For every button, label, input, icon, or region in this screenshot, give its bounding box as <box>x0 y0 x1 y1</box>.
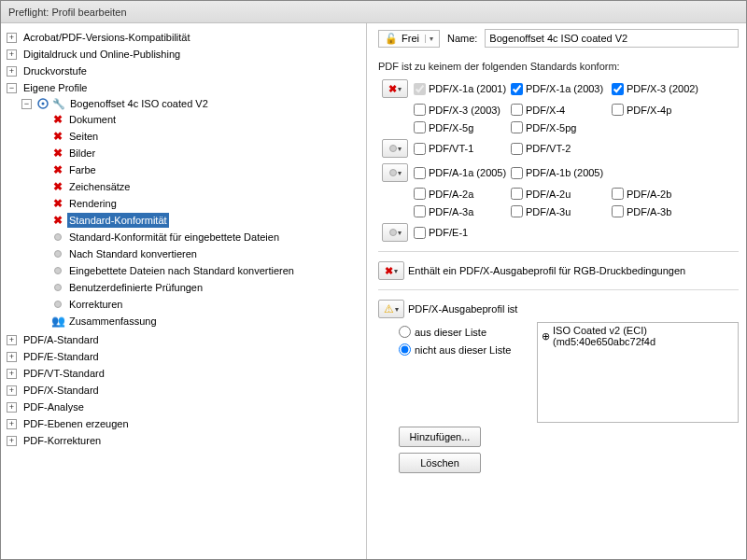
inactive-icon <box>389 145 397 152</box>
chevron-down-icon: ▾ <box>398 169 402 177</box>
expand-icon[interactable]: + <box>7 352 17 362</box>
inactive-icon <box>389 229 397 236</box>
tree-item-seiten[interactable]: ✖Seiten <box>36 129 362 144</box>
chevron-down-icon: ▾ <box>398 85 402 93</box>
chk-a3u[interactable]: PDF/A-3u <box>511 205 612 217</box>
chk-a1b[interactable]: PDF/A-1b (2005) <box>511 167 612 179</box>
inactive-icon <box>51 298 64 311</box>
tree-item-korrekturen[interactable]: Korrekturen <box>36 297 362 312</box>
error-icon: ✖ <box>51 163 64 176</box>
tree-item-custom-checks[interactable]: Benutzerdefinierte Prüfungen <box>36 280 362 295</box>
severity-dropdown[interactable]: ✖▾ <box>382 79 408 98</box>
collapse-icon[interactable]: − <box>7 83 17 93</box>
tree-item-convert-embedded[interactable]: Eingebettete Dateien nach Standard konve… <box>36 263 362 278</box>
severity-dropdown[interactable]: ▾ <box>382 139 408 158</box>
add-button[interactable]: Hinzufügen... <box>399 427 481 447</box>
tree-item-summary[interactable]: 👥Zusammenfassung <box>36 314 362 329</box>
chk-e1[interactable]: PDF/E-1 <box>414 227 511 239</box>
error-icon: ✖ <box>51 130 64 143</box>
tree-node-own-profiles[interactable]: −Eigene Profile <box>7 80 362 95</box>
output-profile-listbox[interactable]: ⊕ ISO Coated v2 (ECI) (md5:40e650abc72f4… <box>537 322 739 423</box>
warning-icon: ⚠ <box>384 302 394 315</box>
chk-a1a[interactable]: PDF/A-1a (2005) <box>414 167 511 179</box>
expand-icon[interactable]: + <box>7 369 17 379</box>
expand-icon[interactable]: + <box>7 436 17 446</box>
tree-item-rendering[interactable]: ✖Rendering <box>36 196 362 211</box>
collapse-icon[interactable]: − <box>21 99 32 109</box>
tree-node-prepress[interactable]: +Druckvorstufe <box>7 63 362 78</box>
tree-panel: +Acrobat/PDF-Versions-Kompatibilität +Di… <box>1 23 367 559</box>
severity-dropdown[interactable]: ⚠▾ <box>378 300 404 318</box>
inactive-icon <box>51 231 64 244</box>
delete-button[interactable]: Löschen <box>399 453 481 473</box>
severity-dropdown[interactable]: ✖▾ <box>378 261 404 280</box>
chk-a3b[interactable]: PDF/A-3b <box>612 205 712 217</box>
expand-icon[interactable]: + <box>7 49 17 60</box>
preflight-edit-window: Preflight: Profil bearbeiten +Acrobat/PD… <box>0 0 747 560</box>
inactive-icon <box>51 264 64 277</box>
chk-a3a[interactable]: PDF/A-3a <box>414 205 511 217</box>
divider <box>378 251 739 252</box>
summary-icon: 👥 <box>51 315 64 328</box>
expand-icon[interactable]: + <box>7 335 17 345</box>
chevron-down-icon: ▾ <box>394 267 398 275</box>
tree-item-standard-embedded[interactable]: Standard-Konformität für eingebettete Da… <box>36 230 362 245</box>
window-body: +Acrobat/PDF-Versions-Kompatibilität +Di… <box>1 23 746 559</box>
tree-item-standard-konformitaet[interactable]: ✖Standard-Konformität <box>36 213 362 228</box>
tree-item-bilder[interactable]: ✖Bilder <box>36 146 362 161</box>
error-icon: ✖ <box>51 197 64 210</box>
chk-x32002[interactable]: PDF/X-3 (2002) <box>612 83 712 95</box>
severity-dropdown[interactable]: ▾ <box>382 163 408 182</box>
chk-x1a2001[interactable]: PDF/X-1a (2001) <box>414 83 511 95</box>
unlock-icon: 🔓 <box>385 33 398 45</box>
tree-item-farbe[interactable]: ✖Farbe <box>36 162 362 177</box>
chk-x5g[interactable]: PDF/X-5g <box>414 121 511 133</box>
tree-node-pdfe[interactable]: +PDF/E-Standard <box>7 349 362 364</box>
standards-header: PDF ist zu keinem der folgenden Standard… <box>378 61 739 72</box>
chk-a2a[interactable]: PDF/A-2a <box>414 188 511 200</box>
chk-vt2[interactable]: PDF/VT-2 <box>511 143 612 155</box>
tree-item-convert-standard[interactable]: Nach Standard konvertieren <box>36 246 362 261</box>
tree-node-pdfx[interactable]: +PDF/X-Standard <box>7 383 362 398</box>
chk-x4p[interactable]: PDF/X-4p <box>612 104 712 116</box>
chk-a2b[interactable]: PDF/A-2b <box>612 188 712 200</box>
profile-icon <box>36 97 49 110</box>
lock-dropdown[interactable]: 🔓 Frei ▾ <box>378 30 440 48</box>
severity-dropdown[interactable]: ▾ <box>382 223 408 242</box>
chk-x32003[interactable]: PDF/X-3 (2003) <box>414 104 511 116</box>
inactive-icon <box>389 169 397 176</box>
profile-name-input[interactable] <box>485 29 739 48</box>
chk-a2u[interactable]: PDF/A-2u <box>511 188 612 200</box>
inactive-icon <box>51 281 64 294</box>
expand-icon[interactable]: + <box>7 402 17 413</box>
profile-item-icon: ⊕ <box>542 330 550 343</box>
error-icon: ✖ <box>385 265 393 277</box>
error-icon: ✖ <box>51 147 64 160</box>
tree-node-profile[interactable]: − 🔧 Bogenoffset 4c ISO coated V2 <box>21 96 362 111</box>
error-icon: ✖ <box>51 214 64 227</box>
chk-x5pg[interactable]: PDF/X-5pg <box>511 121 612 133</box>
tree-node-analysis[interactable]: +PDF-Analyse <box>7 399 362 414</box>
tree-item-dokument[interactable]: ✖Dokument <box>36 112 362 127</box>
expand-icon[interactable]: + <box>7 33 17 43</box>
tree-node-pdfa[interactable]: +PDF/A-Standard <box>7 332 362 347</box>
tree-node-pdfvt[interactable]: +PDF/VT-Standard <box>7 366 362 381</box>
error-icon: ✖ <box>51 180 64 193</box>
expand-icon[interactable]: + <box>7 419 17 429</box>
list-item[interactable]: ⊕ ISO Coated v2 (ECI) (md5:40e650abc72f4… <box>538 323 738 349</box>
expand-icon[interactable]: + <box>7 385 17 396</box>
tree-node-corrections[interactable]: +PDF-Korrekturen <box>7 433 362 448</box>
tree-node-layers[interactable]: +PDF-Ebenen erzeugen <box>7 416 362 431</box>
tree-node-compat[interactable]: +Acrobat/PDF-Versions-Kompatibilität <box>7 30 362 45</box>
chk-vt1[interactable]: PDF/VT-1 <box>414 143 511 155</box>
chevron-down-icon: ▾ <box>425 35 433 43</box>
error-icon: ✖ <box>388 83 397 95</box>
chk-x1a2003[interactable]: PDF/X-1a (2003) <box>511 83 612 95</box>
chk-x4[interactable]: PDF/X-4 <box>511 104 612 116</box>
expand-icon[interactable]: + <box>7 66 17 77</box>
tree-item-zeichensaetze[interactable]: ✖Zeichensätze <box>36 179 362 194</box>
lock-state-label: Frei <box>402 33 419 44</box>
tree-node-digitalprint[interactable]: +Digitaldruck und Online-Publishing <box>7 47 362 62</box>
titlebar: Preflight: Profil bearbeiten <box>1 1 746 23</box>
name-label: Name: <box>447 33 477 44</box>
